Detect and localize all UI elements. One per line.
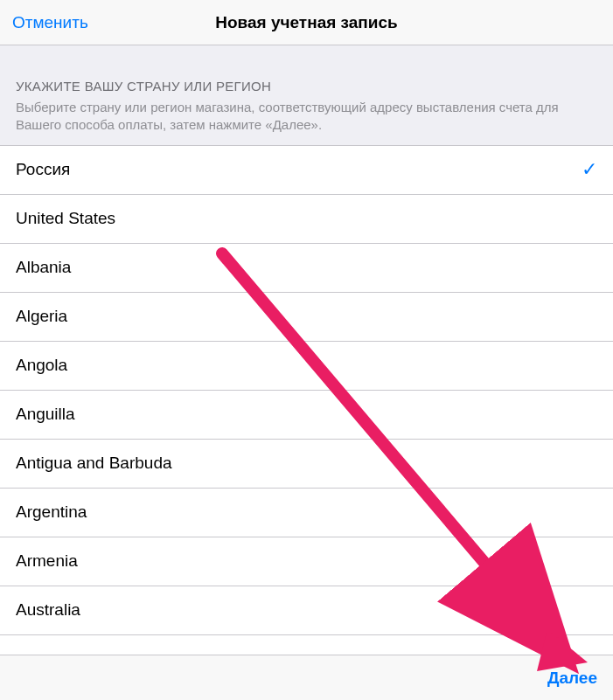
- country-row[interactable]: Albania: [0, 244, 613, 293]
- country-label: Albania: [16, 258, 597, 277]
- cancel-button[interactable]: Отменить: [12, 13, 88, 32]
- country-row[interactable]: Anguilla: [0, 391, 613, 440]
- country-label: Algeria: [16, 307, 597, 326]
- country-label: Australia: [16, 600, 597, 620]
- country-row[interactable]: Россия✓: [0, 146, 613, 195]
- country-list: Россия✓United StatesAlbaniaAlgeriaAngola…: [0, 146, 613, 635]
- country-row[interactable]: Angola: [0, 342, 613, 391]
- country-row[interactable]: Algeria: [0, 293, 613, 342]
- country-row[interactable]: Armenia: [0, 537, 613, 586]
- country-row[interactable]: Antigua and Barbuda: [0, 440, 613, 489]
- country-row[interactable]: United States: [0, 195, 613, 244]
- section-title: УКАЖИТЕ ВАШУ СТРАНУ ИЛИ РЕГИОН: [16, 79, 597, 94]
- nav-bar: Отменить Новая учетная запись: [0, 0, 613, 45]
- country-label: Armenia: [16, 551, 597, 571]
- checkmark-icon: ✓: [582, 158, 597, 181]
- next-button[interactable]: Далее: [547, 669, 597, 688]
- country-label: Россия: [16, 160, 582, 179]
- country-row[interactable]: Australia: [0, 586, 613, 635]
- country-label: Anguilla: [16, 405, 597, 424]
- country-label: Argentina: [16, 502, 597, 522]
- section-description: Выберите страну или регион магазина, соо…: [16, 99, 597, 135]
- bottom-bar: Далее: [0, 655, 613, 700]
- country-label: Antigua and Barbuda: [16, 454, 597, 473]
- section-header: УКАЖИТЕ ВАШУ СТРАНУ ИЛИ РЕГИОН Выберите …: [0, 45, 613, 146]
- country-label: United States: [16, 209, 597, 228]
- page-title: Новая учетная запись: [215, 13, 397, 32]
- country-row[interactable]: Argentina: [0, 489, 613, 537]
- country-label: Angola: [16, 356, 597, 375]
